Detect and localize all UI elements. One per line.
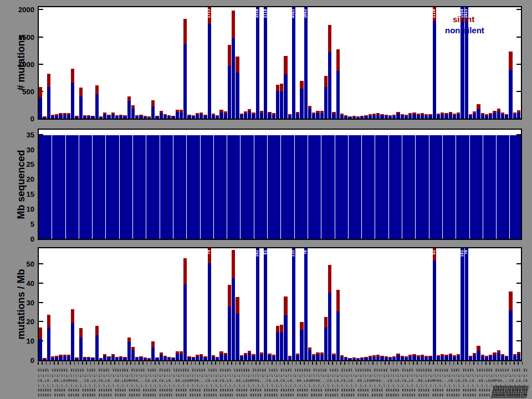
clipped-bar-value-label: 61 <box>432 250 436 254</box>
bar-non-silent <box>224 114 227 119</box>
bar-silent <box>139 115 142 116</box>
y-tick-label: 5 <box>10 220 34 228</box>
bar-non-silent <box>421 356 424 361</box>
bar-non-silent <box>248 353 251 360</box>
bar-non-silent <box>232 278 235 360</box>
bar-silent <box>160 111 163 112</box>
bar-non-silent <box>39 98 42 119</box>
bar-silent <box>489 355 492 356</box>
bar-non-silent <box>176 112 179 119</box>
bar-non-silent <box>288 357 291 360</box>
y-tick-label: 30 <box>10 146 34 154</box>
bar-silent <box>228 285 231 306</box>
bar-silent <box>183 258 187 284</box>
bar-silent <box>444 113 448 115</box>
bar-non-silent <box>369 357 372 361</box>
bar-silent <box>183 19 187 44</box>
bar-silent <box>288 356 291 357</box>
bar-non-silent <box>352 359 356 361</box>
bar-non-silent <box>372 115 376 119</box>
bar-silent <box>176 351 179 354</box>
bar-non-silent <box>99 359 103 360</box>
bar-silent <box>421 355 424 356</box>
bar-silent <box>328 25 331 52</box>
bar-non-silent <box>268 114 271 119</box>
bar-non-silent <box>236 73 239 119</box>
y-tick-mark <box>516 64 521 65</box>
bar-silent <box>348 358 351 359</box>
bar-silent <box>405 115 408 116</box>
bar-non-silent <box>55 357 58 361</box>
bar-silent <box>232 250 235 278</box>
bar-silent <box>151 341 155 348</box>
bar-non-silent <box>111 356 115 360</box>
bar-silent <box>187 356 191 357</box>
bar-silent <box>481 113 484 115</box>
bar-non-silent <box>428 115 432 119</box>
bar-silent <box>203 356 207 357</box>
panel-mutations-per-mb: 7910261131766116170 <box>38 247 522 361</box>
bar-silent <box>473 111 476 114</box>
bar-silent <box>171 116 175 116</box>
bar-non-silent <box>71 323 74 360</box>
bar-silent <box>55 356 58 357</box>
bar-non-silent <box>67 356 70 360</box>
bar-silent <box>244 353 247 355</box>
bar-non-silent <box>107 116 110 119</box>
bar-silent <box>196 355 199 356</box>
bar-silent <box>71 69 74 83</box>
bar-non-silent <box>47 87 50 119</box>
bar-non-silent <box>119 357 122 361</box>
y-tick-label: 30 <box>10 299 34 307</box>
bar-non-silent <box>477 351 480 360</box>
bar-silent <box>192 357 195 358</box>
y-tick-mark <box>39 321 43 322</box>
y-tick-mark <box>39 9 43 10</box>
bar-non-silent <box>312 114 315 119</box>
bar-non-silent <box>192 116 195 119</box>
bar-silent <box>417 114 420 115</box>
bar-non-silent <box>244 114 247 119</box>
bar-silent <box>477 104 480 109</box>
bar-non-silent <box>493 355 496 360</box>
bar-silent <box>163 356 167 357</box>
bar-non-silent <box>200 356 203 360</box>
bar-silent <box>364 115 367 116</box>
bar-silent <box>63 113 66 115</box>
bar-non-silent <box>356 359 360 361</box>
bar-non-silent <box>509 310 512 360</box>
bar-non-silent <box>260 355 263 361</box>
bar-non-silent <box>123 116 126 119</box>
bar-non-silent <box>131 109 135 119</box>
bar-silent <box>176 110 179 112</box>
bar-non-silent <box>444 115 448 119</box>
bar-non-silent <box>437 115 440 119</box>
bar-non-silent <box>408 115 412 119</box>
bar-non-silent <box>424 357 428 361</box>
xaxis-label-overlap-blob <box>491 386 529 398</box>
bar-non-silent <box>332 355 335 360</box>
bar-non-silent <box>300 330 303 360</box>
bar-silent <box>332 354 335 356</box>
bar-non-silent <box>107 357 110 361</box>
bar-silent <box>236 297 239 314</box>
bar-silent <box>376 355 380 356</box>
bar-silent <box>477 346 480 351</box>
bar-non-silent <box>183 44 187 119</box>
bar-silent <box>123 357 126 358</box>
bar-non-silent <box>59 115 62 119</box>
bar-non-silent <box>208 263 211 360</box>
bar-non-silent <box>505 357 508 360</box>
bar-non-silent <box>216 358 219 361</box>
clipped-bar-value-label: 2118 <box>264 9 268 18</box>
bar-non-silent <box>272 356 275 361</box>
bar-silent <box>144 357 147 359</box>
bar-silent <box>501 354 504 356</box>
bar-non-silent <box>232 38 235 119</box>
bar-silent <box>300 322 303 330</box>
y-tick-label: 0 <box>10 235 34 243</box>
bar-silent <box>83 115 86 116</box>
bar-non-silent <box>405 357 408 360</box>
bar-silent <box>115 115 119 116</box>
bar-non-silent <box>396 114 400 119</box>
